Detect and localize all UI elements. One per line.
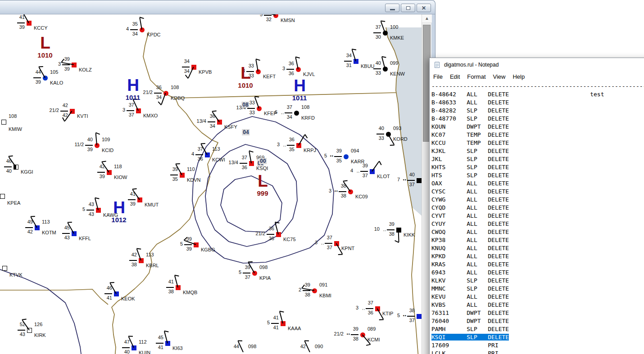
close-icon: ✕ bbox=[422, 5, 426, 11]
notepad-text-area[interactable]: ----------------------------------------… bbox=[430, 82, 644, 354]
isobar-southwest bbox=[0, 269, 83, 354]
menu-item-edit[interactable]: Edit bbox=[446, 72, 463, 81]
menu-item-file[interactable]: File bbox=[430, 72, 446, 81]
rule-line-KSQI: KSQI SLP DELETE bbox=[431, 333, 644, 341]
rule-line-17609: 17609 PRI bbox=[431, 341, 644, 350]
restore-icon bbox=[406, 6, 410, 10]
station-symbol bbox=[0, 194, 5, 199]
map-titlebar: ✕ bbox=[0, 0, 435, 14]
minimize-icon bbox=[390, 9, 395, 10]
menu-item-help[interactable]: Help bbox=[509, 72, 528, 81]
menu-item-view[interactable]: View bbox=[490, 72, 509, 81]
isobar-label-08: 08 bbox=[241, 102, 249, 108]
station-symbol bbox=[383, 67, 388, 72]
pressure-center-l-999: L999 bbox=[257, 173, 268, 197]
notepad-title: digatmos.rul - Notepad bbox=[444, 62, 499, 68]
isobar-label-04: 04 bbox=[242, 129, 249, 135]
rule-line-6943: 6943 ALL DELETE bbox=[431, 269, 644, 277]
rule-line-KNUQ: KNUQ ALL DELETE bbox=[431, 244, 644, 252]
rule-line-CYWG: CYWG ALL DELETE bbox=[431, 196, 644, 204]
rule-line-B-48633: B-48633 ALL DELETE bbox=[431, 99, 644, 107]
station-symbol bbox=[294, 111, 299, 116]
rule-line-KHTS: KHTS SLP DELETE bbox=[431, 163, 644, 171]
rule-line-JKL: JKL SLP DELETE bbox=[431, 155, 644, 163]
map-canvas[interactable]: 4139KCCY39393KOLZ4439105KALO325KMSN37301… bbox=[0, 14, 422, 354]
rule-line-CYUY: CYUY ALL DELETE bbox=[431, 220, 644, 228]
pressure-center-h-1011: H1011 bbox=[126, 77, 141, 101]
scroll-up-button[interactable]: ▲ bbox=[422, 14, 432, 23]
station-symbol bbox=[96, 208, 101, 213]
isobar-label-00: 00 bbox=[259, 158, 267, 164]
station-symbol bbox=[176, 285, 181, 290]
close-button[interactable]: ✕ bbox=[417, 4, 431, 12]
station-symbol bbox=[1, 120, 6, 125]
desktop: { "map_window": { "titlebar_buttons": [ … bbox=[0, 0, 644, 354]
pressure-center-h-1011: H1011 bbox=[292, 77, 307, 102]
station-symbol bbox=[383, 31, 388, 36]
pressure-center-h-1012: H1012 bbox=[111, 199, 126, 224]
rule-line-LCLK: LCLK PRI bbox=[431, 350, 644, 354]
separator-line: ----------------------------------------… bbox=[431, 82, 644, 90]
pressure-center-l-1010: L1010 bbox=[238, 65, 253, 89]
rule-line-KLKV: KLKV SLP DELETE bbox=[431, 277, 644, 285]
menu-item-format[interactable]: Format bbox=[463, 72, 489, 81]
station-symbol bbox=[417, 178, 422, 183]
station-symbol bbox=[257, 106, 262, 111]
isobar-inner bbox=[221, 176, 282, 232]
rule-line-CWOQ: CWOQ ALL DELETE bbox=[431, 228, 644, 236]
rule-line-PAMH: PAMH SLP DELETE bbox=[431, 325, 644, 333]
rule-line-KP38: KP38 ALL DELETE bbox=[431, 236, 644, 244]
rule-line-KEVU: KEVU ALL DELETE bbox=[431, 293, 644, 301]
station-symbol bbox=[276, 232, 281, 237]
rule-line-KOUN: KOUN DWPT DELETE bbox=[431, 123, 644, 131]
rule-line-B-48770: B-48770 SLP DELETE bbox=[431, 115, 644, 123]
notepad-titlebar[interactable]: digatmos.rul - Notepad bbox=[430, 58, 644, 72]
station-symbol bbox=[281, 321, 286, 326]
rule-line-76040: 76040 DWPT DELETE bbox=[431, 317, 644, 325]
map-window: 4139KCCY39393KOLZ4439105KALO325KMSN37301… bbox=[0, 0, 435, 354]
station-symbol bbox=[354, 59, 358, 64]
minimize-button[interactable] bbox=[385, 4, 399, 12]
rule-line-HTS: HTS SLP DELETE bbox=[431, 171, 644, 179]
station-symbol bbox=[344, 154, 349, 159]
selected-text: KSQI SLP DELETE bbox=[431, 334, 509, 341]
station-symbol bbox=[2, 266, 7, 271]
station-symbol bbox=[417, 314, 422, 319]
notepad-icon bbox=[434, 61, 441, 68]
restore-button[interactable] bbox=[401, 4, 415, 12]
rule-line-KJKL: KJKL SLP DELETE bbox=[431, 147, 644, 155]
station-symbol bbox=[194, 242, 199, 247]
rule-line-76311: 76311 DWPT DELETE bbox=[431, 309, 644, 317]
station-symbol bbox=[165, 341, 170, 346]
rule-line-CYVT: CYVT ALL DELETE bbox=[431, 212, 644, 220]
rule-line-CYSC: CYSC ALL DELETE bbox=[431, 188, 644, 196]
rule-line-B-48642: B-48642 ALL DELETE test bbox=[431, 90, 644, 99]
state-border-wi-il bbox=[176, 93, 396, 98]
rule-line-CYQD: CYQD ALL DELETE bbox=[431, 204, 644, 212]
rule-line-KVBS: KVBS ALL DELETE bbox=[431, 301, 644, 309]
rule-line-OAX: OAX ALL DELETE bbox=[431, 179, 644, 188]
rule-line-KPKD: KPKD ALL DELETE bbox=[431, 252, 644, 260]
station-symbol bbox=[139, 258, 144, 263]
rule-line-KRAS: KRAS ALL DELETE bbox=[431, 260, 644, 269]
pressure-center-l-1010: L1010 bbox=[37, 35, 52, 59]
notepad-window: digatmos.rul - Notepad FileEditFormatVie… bbox=[429, 58, 644, 354]
rule-line-KC07: KC07 TEMP DELETE bbox=[431, 131, 644, 139]
lake-michigan bbox=[386, 27, 422, 217]
rule-line-B-48282: B-48282 SLP DELETE bbox=[431, 107, 644, 115]
state-border-mo-ia bbox=[0, 289, 108, 305]
rule-line-KCCU: KCCU TEMP DELETE bbox=[431, 139, 644, 147]
rule-line-MMNC: MMNC SLP DELETE bbox=[431, 285, 644, 293]
notepad-menubar: FileEditFormatViewHelp bbox=[430, 72, 644, 82]
